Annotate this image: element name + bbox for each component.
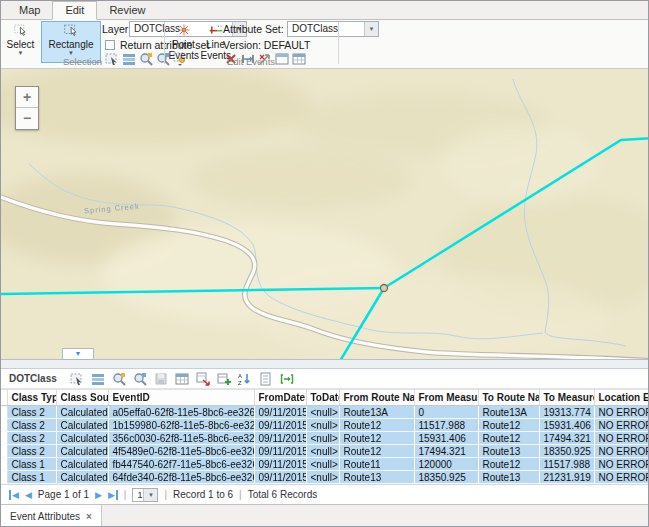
map-panel-divider[interactable] [1,359,649,369]
event-attributes-panel: DOTClass AZ Class Type Class Source [1,369,649,504]
table-header-row: Class Type Class Source EventID FromDate… [1,390,649,406]
zoom-to-selected-icon[interactable] [112,372,126,386]
cell-to-route-name: Route12 [478,458,539,471]
cell-to-measure: 15931.406 [539,419,594,432]
open-table-icon[interactable] [175,372,189,386]
svg-text:Z: Z [238,380,242,386]
tab-event-attributes[interactable]: Event Attributes × [1,505,102,527]
cell-todate: <null> [306,458,339,471]
line-events-icon [209,23,223,39]
separator: | [164,489,167,500]
measure-selection-icon[interactable] [280,372,294,386]
record-range-text: Record 1 to 6 [173,489,233,500]
ribbon-group-divider [338,22,339,64]
cell-class-type: Class 2 [7,419,56,432]
cell-fromdate: 09/11/2015 [254,471,306,484]
cell-eventid: 1b159980-62f8-11e5-8bc6-ee32641d5ec9 [108,419,254,432]
cell-from-measure: 17494.321 [414,445,478,458]
table-rows-view-icon[interactable] [91,372,105,386]
column-header-class-source[interactable]: Class Source [56,390,108,406]
table-row[interactable]: Class 2 Calculated 4f5489e0-62f8-11e5-8b… [1,445,649,458]
cell-from-measure: 0 [414,406,478,419]
cell-eventid: fb447540-62f7-11e5-8bc6-ee32641d5ec9 [108,458,254,471]
cell-to-measure: 19313.774 [539,406,594,419]
column-header-to-route-name[interactable]: To Route Name [478,390,539,406]
rectangle-select-label: Rectangle [48,40,93,51]
total-records-text: Total 6 Records [248,489,317,500]
column-header-fromdate[interactable]: FromDate [254,390,306,406]
cell-todate: <null> [306,419,339,432]
close-tab-icon[interactable]: × [86,511,92,522]
table-row[interactable]: Class 1 Calculated 64fde340-62f8-11e5-8b… [1,471,649,484]
route-junction-marker[interactable] [381,285,388,292]
column-header-class-type[interactable]: Class Type [7,390,56,406]
cell-fromdate: 09/11/2015 [254,406,306,419]
separator: | [239,489,242,500]
cell-from-route-name: Route13A [339,406,414,419]
tab-map[interactable]: Map [7,2,52,19]
cell-class-source: Calculated [56,471,108,484]
cell-from-route-name: Route12 [339,419,414,432]
ribbon: Map Edit Review Select ▼ Rectangle ▼ Lay… [1,1,648,69]
svg-text:A: A [238,373,242,379]
zoom-in-button[interactable]: + [16,87,38,108]
sort-records-icon[interactable]: AZ [238,372,252,386]
column-header-todate[interactable]: ToDate [306,390,339,406]
attribute-table-title: DOTClass [9,373,57,384]
cell-class-source: Calculated [56,406,108,419]
cell-to-measure: 18350.925 [539,445,594,458]
page-select-caret-icon[interactable]: ▼ [143,489,157,501]
table-row[interactable]: Class 2 Calculated a05effa0-62f8-11e5-8b… [1,406,649,419]
table-row[interactable]: Class 2 Calculated 1b159980-62f8-11e5-8b… [1,419,649,432]
pan-to-selected-icon[interactable] [133,372,147,386]
page-select-dropdown[interactable]: 1 ▼ [132,488,158,502]
panel-collapse-button[interactable]: ▼ [62,348,94,360]
cell-fromdate: 09/11/2015 [254,445,306,458]
bottom-tab-bar: Event Attributes × [1,504,649,527]
column-header-eventid[interactable]: EventID [108,390,254,406]
cell-class-source: Calculated [56,419,108,432]
previous-page-button[interactable]: ◀ [25,490,32,500]
save-icon[interactable] [154,372,168,386]
cell-location-error: NO ERROR [594,406,649,419]
column-header-from-measure[interactable]: From Measure [414,390,478,406]
return-attribute-set-checkbox[interactable] [105,40,115,50]
attribute-set-dropdown[interactable]: DOTClass ▼ [287,21,379,37]
cell-eventid: 356c0030-62f8-11e5-8bc6-ee32641d5ec9 [108,432,254,445]
cell-from-measure: 18350.925 [414,471,478,484]
cell-fromdate: 09/11/2015 [254,419,306,432]
next-page-button[interactable]: ▶ [95,490,102,500]
cell-from-measure: 15931.406 [414,432,478,445]
zoom-out-button[interactable]: − [16,108,38,129]
first-page-button[interactable]: ◀ [9,490,19,500]
tab-review[interactable]: Review [97,2,157,19]
rectangle-select-icon [64,23,78,39]
attribute-set-dropdown-caret-icon[interactable]: ▼ [364,22,378,36]
cell-to-route-name: Route13 [478,445,539,458]
append-records-icon[interactable] [217,372,231,386]
cell-todate: <null> [306,471,339,484]
page-select-value: 1 [137,490,142,500]
table-row[interactable]: Class 2 Calculated 356c0030-62f8-11e5-8b… [1,432,649,445]
identify-record-icon[interactable] [259,372,273,386]
cell-class-type: Class 1 [7,471,56,484]
cell-class-type: Class 2 [7,406,56,419]
select-tool-label: Select [7,40,35,51]
column-header-to-measure[interactable]: To Measure [539,390,594,406]
tab-edit[interactable]: Edit [52,1,97,20]
table-row[interactable]: Class 1 Calculated fb447540-62f7-11e5-8b… [1,458,649,471]
cell-todate: <null> [306,432,339,445]
table-select-tool-icon[interactable] [70,372,84,386]
select-caret-down-icon: ▼ [18,51,24,56]
last-page-button[interactable]: ▶ [108,490,118,500]
cell-from-route-name: Route12 [339,445,414,458]
cell-from-route-name: Route12 [339,432,414,445]
column-header-location-error[interactable]: Location Error [594,390,649,406]
export-records-icon[interactable] [196,372,210,386]
event-attributes-table: Class Type Class Source EventID FromDate… [1,389,649,484]
cell-from-measure: 11517.988 [414,419,478,432]
collapse-caret-down-icon: ▼ [75,350,82,357]
map-canvas[interactable]: + − Spring Creek [1,69,649,359]
column-header-from-route-name[interactable]: From Route Name [339,390,414,406]
cell-class-type: Class 2 [7,445,56,458]
